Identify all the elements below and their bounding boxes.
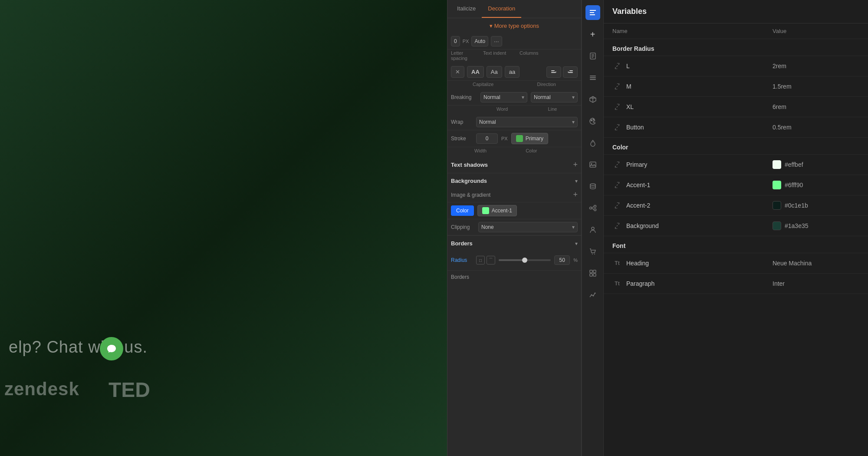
- line-breaking-select[interactable]: Normal ▾: [531, 92, 578, 102]
- var-name-accent2: Accent-2: [626, 202, 773, 209]
- var-accent1-color[interactable]: Accent-1 #6fff90: [604, 175, 868, 195]
- ltr-btn[interactable]: [546, 66, 561, 78]
- sidebar-cube-icon[interactable]: [585, 92, 600, 107]
- borders-header[interactable]: Borders ▾: [447, 235, 581, 250]
- backgrounds-chevron[interactable]: ▾: [575, 178, 578, 184]
- svg-point-23: [594, 205, 596, 208]
- bg-color-swatch: [482, 207, 489, 214]
- radius-square-icon[interactable]: □: [476, 256, 485, 264]
- var-name-heading: Heading: [626, 260, 773, 267]
- svg-point-27: [592, 227, 594, 230]
- backgrounds-header[interactable]: Backgrounds ▾: [447, 173, 581, 188]
- svg-rect-10: [590, 76, 596, 76]
- no-transform-btn[interactable]: ✕: [451, 66, 464, 78]
- svg-point-22: [589, 207, 592, 209]
- stroke-color-btn[interactable]: Primary: [511, 133, 548, 144]
- var-paragraph-font[interactable]: Tt Paragraph Inter: [604, 274, 868, 294]
- sidebar-drops-icon[interactable]: [585, 135, 600, 150]
- more-options-btn[interactable]: ···: [491, 36, 502, 46]
- var-XL[interactable]: XL 6rem: [604, 97, 868, 117]
- lowercase-btn[interactable]: aa: [505, 66, 519, 78]
- group-color: Color: [604, 138, 868, 155]
- image-gradient-add[interactable]: +: [573, 190, 578, 199]
- sidebar-chart-icon[interactable]: [585, 287, 600, 302]
- var-heading-font[interactable]: Tt Heading Neue Machina: [604, 253, 868, 274]
- borders-item-label: Borders: [451, 274, 469, 280]
- stroke-color-swatch: [516, 135, 523, 142]
- stroke-row: Stroke 0 PX Primary: [447, 130, 581, 147]
- image-gradient-label: Image & gradient: [451, 192, 490, 198]
- more-type-options-btn[interactable]: ▾ More type options: [447, 18, 581, 33]
- var-accent2-color[interactable]: Accent-2 #0c1e1b: [604, 195, 868, 216]
- radius-icons: □ ⌒: [476, 256, 495, 264]
- text-shadows-header[interactable]: Text shadows +: [447, 156, 581, 173]
- sidebar-connect-icon[interactable]: [585, 201, 600, 215]
- svg-point-18: [592, 142, 593, 142]
- sidebar-cart-icon[interactable]: [585, 244, 600, 259]
- radius-input[interactable]: 50: [554, 255, 570, 265]
- rtl-btn[interactable]: [563, 66, 578, 78]
- tab-italicize[interactable]: Italicize: [451, 0, 482, 18]
- var-primary-color[interactable]: Primary #effbef: [604, 155, 868, 175]
- uppercase-btn[interactable]: AA: [467, 66, 484, 78]
- borders-chevron[interactable]: ▾: [575, 241, 578, 247]
- right-panel: +: [582, 0, 868, 456]
- sidebar-list-icon[interactable]: [585, 70, 600, 85]
- var-name-primary: Primary: [626, 161, 773, 168]
- wrap-label: Wrap: [451, 119, 473, 125]
- sidebar-database-icon[interactable]: [585, 179, 600, 194]
- bg-color-pill[interactable]: Accent-1: [477, 205, 517, 216]
- sidebar-palette-icon[interactable]: [585, 114, 600, 129]
- svg-point-34: [591, 294, 592, 296]
- accent1-swatch: [773, 181, 781, 189]
- sidebar-image-icon[interactable]: [585, 157, 600, 172]
- breaking-label: Breaking: [451, 94, 477, 100]
- radius-slider[interactable]: [499, 259, 551, 261]
- var-link-icon-accent2: [612, 201, 622, 210]
- chat-bubble-icon[interactable]: [100, 337, 123, 360]
- var-background-color[interactable]: Background #1a3e35: [604, 216, 868, 236]
- svg-point-36: [594, 293, 595, 294]
- svg-rect-11: [590, 77, 596, 78]
- var-value-accent2: #0c1e1b: [773, 201, 859, 210]
- text-shadows-title: Text shadows: [451, 162, 488, 168]
- radius-rounded-icon[interactable]: ⌒: [487, 256, 495, 264]
- sidebar-page-icon[interactable]: [585, 49, 600, 63]
- var-L[interactable]: L 2rem: [604, 56, 868, 76]
- sidebar-user-icon[interactable]: [585, 222, 600, 237]
- var-link-icon-primary: [612, 160, 622, 169]
- direction-btns: [546, 66, 578, 78]
- tab-decoration[interactable]: Decoration: [482, 0, 521, 18]
- var-M[interactable]: M 1.5rem: [604, 76, 868, 97]
- svg-line-26: [592, 208, 594, 209]
- primary-swatch: [773, 160, 781, 169]
- var-Button[interactable]: Button 0.5rem: [604, 117, 868, 138]
- var-link-icon-bg: [612, 221, 622, 231]
- clipping-label: Clipping: [451, 224, 475, 230]
- sidebar-add-icon[interactable]: +: [585, 27, 600, 42]
- letter-spacing-select[interactable]: 0: [451, 36, 460, 46]
- var-link-icon-accent1: [612, 180, 622, 190]
- wrap-select[interactable]: Normal ▾: [476, 117, 578, 127]
- direction-label: Direction: [537, 82, 556, 87]
- clipping-select[interactable]: None ▾: [478, 222, 578, 232]
- capitalize-btn[interactable]: Aa: [487, 66, 502, 78]
- text-shadows-add[interactable]: +: [573, 160, 578, 169]
- sidebar-apps-icon[interactable]: [585, 266, 600, 281]
- var-name-accent1: Accent-1: [626, 182, 773, 188]
- text-indent-select[interactable]: Auto: [471, 36, 488, 46]
- stroke-width-input[interactable]: 0: [476, 133, 498, 144]
- var-value-M: 1.5rem: [773, 83, 859, 90]
- svg-point-35: [592, 295, 594, 297]
- clipping-row: Clipping None ▾: [447, 219, 581, 235]
- color-tab-btn[interactable]: Color: [451, 205, 474, 216]
- word-label: Word: [477, 106, 527, 112]
- var-value-bg: #1a3e35: [773, 221, 859, 230]
- capitalize-labels: Capitalize Direction: [447, 81, 581, 89]
- svg-rect-4: [569, 72, 573, 73]
- sidebar-logo-icon[interactable]: [585, 5, 600, 20]
- var-link-icon-button: [612, 122, 622, 132]
- columns-label: Columns: [519, 50, 538, 61]
- backgrounds-title: Backgrounds: [451, 178, 487, 184]
- word-breaking-select[interactable]: Normal ▾: [480, 92, 527, 102]
